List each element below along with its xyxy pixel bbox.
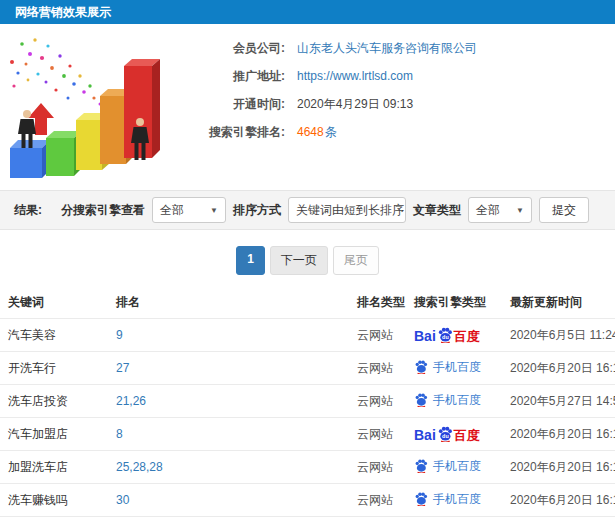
next-page-button[interactable]: 下一页 — [270, 246, 328, 275]
keyword-cell: 加盟洗车店 — [0, 451, 108, 484]
keyword-cell: 洗车赚钱吗 — [0, 484, 108, 517]
confetti-dots — [10, 38, 102, 105]
rank-count-unit[interactable]: 条 — [325, 124, 337, 141]
app-header: 网络营销效果展示 — [0, 0, 615, 24]
col-rank: 排名 — [108, 287, 349, 319]
rank-link[interactable]: 8 — [116, 427, 123, 441]
rank-cell: 21,26 — [108, 385, 349, 418]
engine-cell: Bai du 百度 — [406, 418, 502, 451]
engine-cell: 手机百度 — [406, 517, 502, 520]
submit-button[interactable]: 提交 — [539, 197, 589, 223]
baidu-logo: Bai du 百度 — [414, 326, 480, 343]
last-page-button[interactable]: 尾页 — [333, 246, 379, 275]
rank-link[interactable]: 25,28,28 — [116, 460, 163, 474]
baidu-paw-icon: du — [437, 326, 453, 343]
sort-select-value: 关键词由短到长排序 — [296, 202, 404, 219]
type-select-value: 全部 — [476, 202, 500, 219]
open-time-label: 开通时间: — [185, 96, 285, 113]
rank-cell: 25,28,28 — [108, 451, 349, 484]
baidu-paw-icon — [414, 458, 428, 473]
engine-cell: 手机百度 — [406, 484, 502, 517]
time-cell: 2020年6月20日 16:12 — [502, 484, 615, 517]
mobile-baidu-logo: 手机百度 — [414, 458, 481, 473]
engine-select[interactable]: 全部 ▼ — [152, 197, 226, 223]
rank-link[interactable]: 21,26 — [116, 394, 146, 408]
page-button-current[interactable]: 1 — [236, 246, 265, 275]
rank-cell: 9 — [108, 319, 349, 352]
mobile-baidu-label: 手机百度 — [433, 460, 481, 472]
engine-cell: Bai du 百度 — [406, 319, 502, 352]
sort-select[interactable]: 关键词由短到长排序 ▼ — [288, 197, 406, 223]
rank-count-value: 4648 — [297, 125, 324, 139]
keyword-cell: 汽车美容 — [0, 319, 108, 352]
engine-cell: 手机百度 — [406, 451, 502, 484]
col-keyword: 关键词 — [0, 287, 108, 319]
baidu-logo: Bai du 百度 — [414, 425, 480, 442]
rank-count-label: 搜索引擎排名: — [185, 124, 285, 141]
bar-chart-illustration-svg — [0, 28, 185, 190]
keyword-cell: 开洗车行 — [0, 352, 108, 385]
rank-type-cell: 云网站 — [349, 319, 406, 352]
company-link[interactable]: 山东老人头汽车服务咨询有限公司 — [297, 40, 477, 57]
filter-bar: 结果: 分搜索引擎查看 全部 ▼ 排序方式 关键词由短到长排序 ▼ 文章类型 全… — [0, 190, 615, 230]
rank-count-row: 搜索引擎排名: 4648 条 — [185, 118, 615, 146]
promo-url-row: 推广地址: https://www.lrtlsd.com — [185, 62, 615, 90]
promo-url-label: 推广地址: — [185, 68, 285, 85]
mobile-baidu-logo: 手机百度 — [414, 491, 481, 506]
company-label: 会员公司: — [185, 40, 285, 57]
rank-cell: 8 — [108, 418, 349, 451]
type-filter-label: 文章类型 — [413, 202, 461, 219]
table-row: 洗车赚钱吗 30 云网站 手机百度 2020年6月20日 16:12 — [0, 484, 615, 517]
mobile-baidu-label: 手机百度 — [433, 493, 481, 505]
keyword-cell: 洗车店利润 — [0, 517, 108, 520]
time-cell: 2020年6月5日 11:24 — [502, 319, 615, 352]
rank-cell: 30 — [108, 484, 349, 517]
rank-cell: 30 — [108, 517, 349, 520]
chevron-down-icon: ▼ — [210, 206, 218, 215]
time-cell: 2020年6月20日 16:11 — [502, 451, 615, 484]
baidu-paw-icon: du — [437, 425, 453, 442]
page-title: 网络营销效果展示 — [15, 5, 111, 19]
filter-controls: 分搜索引擎查看 全部 ▼ 排序方式 关键词由短到长排序 ▼ 文章类型 全部 ▼ … — [61, 197, 589, 223]
time-cell: 2020年6月20日 16:12 — [502, 418, 615, 451]
rank-type-cell: 云网站 — [349, 451, 406, 484]
col-engine-type: 搜索引擎类型 — [406, 287, 502, 319]
baidu-paw-icon — [414, 491, 428, 506]
baidu-logo-prefix: Bai — [414, 428, 436, 442]
mobile-baidu-label: 手机百度 — [433, 361, 481, 373]
table-row: 汽车美容 9 云网站 Bai du 百度 2020年6月5日 11:24 — [0, 319, 615, 352]
baidu-logo-suffix: 百度 — [454, 330, 480, 343]
ranking-table: 关键词 排名 排名类型 搜索引擎类型 最新更新时间 汽车美容 9 云网站 Bai… — [0, 287, 615, 520]
open-time-row: 开通时间: 2020年4月29日 09:13 — [185, 90, 615, 118]
baidu-logo-suffix: 百度 — [454, 429, 480, 442]
result-label: 结果: — [14, 202, 42, 219]
engine-filter-label: 分搜索引擎查看 — [61, 202, 145, 219]
time-cell: 2020年6月18日 14:27 — [502, 517, 615, 520]
baidu-paw-icon — [414, 359, 428, 374]
table-row: 汽车加盟店 8 云网站 Bai du 百度 2020年6月20日 16:12 — [0, 418, 615, 451]
svg-text:du: du — [442, 433, 449, 439]
rank-link[interactable]: 9 — [116, 328, 123, 342]
table-row: 开洗车行 27 云网站 手机百度 2020年6月20日 16:16 — [0, 352, 615, 385]
rank-link[interactable]: 27 — [116, 361, 129, 375]
rank-cell: 27 — [108, 352, 349, 385]
bar-chart-illustration — [0, 28, 185, 190]
type-select[interactable]: 全部 ▼ — [468, 197, 532, 223]
engine-cell: 手机百度 — [406, 352, 502, 385]
member-info-section: 会员公司: 山东老人头汽车服务咨询有限公司 推广地址: https://www.… — [0, 24, 615, 190]
table-row: 加盟洗车店 25,28,28 云网站 手机百度 2020年6月20日 16:11 — [0, 451, 615, 484]
svg-text:du: du — [442, 334, 449, 340]
keyword-cell: 洗车店投资 — [0, 385, 108, 418]
table-row: 洗车店利润 30 云网站 手机百度 2020年6月18日 14:27 — [0, 517, 615, 520]
rank-link[interactable]: 30 — [116, 493, 129, 507]
rank-type-cell: 云网站 — [349, 385, 406, 418]
col-update-time: 最新更新时间 — [502, 287, 615, 319]
rank-type-cell: 云网站 — [349, 418, 406, 451]
pagination: 1 下一页 尾页 — [0, 246, 615, 275]
member-info-fields: 会员公司: 山东老人头汽车服务咨询有限公司 推广地址: https://www.… — [185, 24, 615, 190]
sort-filter-label: 排序方式 — [233, 202, 281, 219]
promo-url-link[interactable]: https://www.lrtlsd.com — [297, 69, 413, 83]
engine-cell: 手机百度 — [406, 385, 502, 418]
company-row: 会员公司: 山东老人头汽车服务咨询有限公司 — [185, 34, 615, 62]
open-time-value: 2020年4月29日 09:13 — [297, 96, 413, 113]
